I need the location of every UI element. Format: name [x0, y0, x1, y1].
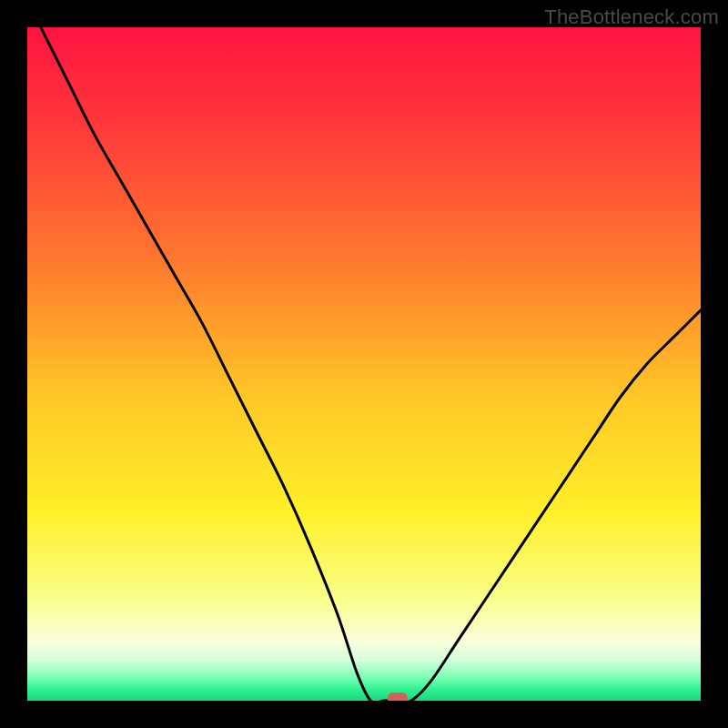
- chart-frame: TheBottleneck.com: [0, 0, 728, 728]
- optimal-point-marker: [388, 693, 408, 701]
- bottleneck-chart: [27, 27, 701, 701]
- chart-background: [27, 27, 701, 701]
- watermark-text: TheBottleneck.com: [544, 5, 719, 29]
